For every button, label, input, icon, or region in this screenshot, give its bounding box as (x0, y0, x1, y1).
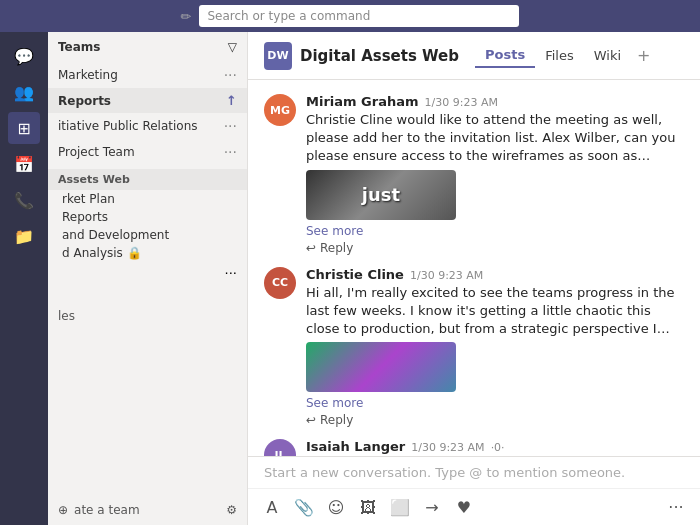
sub-section-more[interactable]: ··· (48, 262, 247, 285)
sidebar-item-marketing-label: Marketing (58, 68, 118, 82)
compose-toolbar: A 📎 ☺ 🖼 ⬜ → ♥ ··· (248, 489, 700, 525)
message-body: Christie Cline 1/30 9:23 AM Hi all, I'm … (306, 267, 684, 428)
channel-tabs: Posts Files Wiki + (475, 43, 656, 68)
avatar: CC (264, 267, 296, 299)
reply-arrow-icon: ↩ (306, 413, 316, 427)
channel-title: Digital Assets Web (300, 47, 459, 65)
add-tab-button[interactable]: + (631, 46, 656, 65)
sidebar-item-project-team-dots[interactable]: ··· (224, 144, 237, 160)
rail-calls[interactable]: 📞 (8, 184, 40, 216)
reply-arrow-icon: ↩ (306, 241, 316, 255)
rail-calendar[interactable]: 📅 (8, 148, 40, 180)
rail-files[interactable]: 📁 (8, 220, 40, 252)
message-time: 1/30 9:23 AM (411, 441, 484, 454)
filter-icon[interactable]: ▽ (228, 40, 237, 54)
message-time: 1/30 9:23 AM (425, 96, 498, 109)
sidebar-sub-market-plan[interactable]: rket Plan (48, 190, 247, 208)
message-meta: Christie Cline 1/30 9:23 AM (306, 267, 684, 282)
message-text: Hi all, I'm really excited to see the te… (306, 284, 684, 339)
sidebar-item-pr-dots[interactable]: ··· (224, 118, 237, 134)
message-meta: Miriam Graham 1/30 9:23 AM (306, 94, 684, 109)
channel-avatar: DW (264, 42, 292, 70)
icon-rail: 💬 👥 ⊞ 📅 📞 📁 (0, 32, 48, 525)
format-text-button[interactable]: A (260, 495, 284, 519)
rail-activity[interactable]: 💬 (8, 40, 40, 72)
sidebar-item-reports[interactable]: Reports ↑ (48, 88, 247, 113)
teams-section-title: Teams (58, 40, 100, 54)
message-author: Isaiah Langer (306, 439, 405, 454)
sidebar-header: Teams ▽ (48, 32, 247, 62)
messages-area: MG Miriam Graham 1/30 9:23 AM Christie C… (248, 80, 700, 456)
sidebar-sub-reports[interactable]: Reports (48, 208, 247, 226)
image-preview-green (306, 342, 456, 392)
rail-chat[interactable]: 👥 (8, 76, 40, 108)
rail-teams[interactable]: ⊞ (8, 112, 40, 144)
sub-section-assets-web: Assets Web (48, 169, 247, 190)
message-meta: Isaiah Langer 1/30 9:23 AM ·0· (306, 439, 684, 454)
settings-icon[interactable]: ⚙ (226, 503, 237, 517)
sidebar-item-reports-label: Reports (58, 94, 111, 108)
compose-hint[interactable]: Start a new conversation. Type @ to ment… (248, 457, 700, 489)
sidebar-sub-analysis[interactable]: d Analysis 🔒 (48, 244, 247, 262)
sidebar-item-pr-label: itiative Public Relations (58, 119, 198, 133)
sidebar-sub-development[interactable]: and Development (48, 226, 247, 244)
avatar: IL (264, 439, 296, 456)
sidebar-sub-les[interactable]: les (48, 305, 247, 327)
sidebar-item-project-team[interactable]: Project Team ··· (48, 139, 247, 165)
edit-icon: ✏ (181, 9, 192, 24)
message-author: Christie Cline (306, 267, 404, 282)
create-team-button[interactable]: ⊕ ate a team ⚙ (48, 495, 247, 525)
create-team-label: ate a team (74, 503, 140, 517)
message-badge: ·0· (491, 441, 505, 454)
search-placeholder: Search or type a command (207, 9, 370, 23)
tab-files[interactable]: Files (535, 44, 584, 67)
top-bar: ✏ Search or type a command (0, 0, 700, 32)
praise-button[interactable]: ♥ (452, 495, 476, 519)
message-body: Isaiah Langer 1/30 9:23 AM ·0· If someon… (306, 439, 684, 456)
more-toolbar-button[interactable]: ··· (664, 495, 688, 519)
sidebar-item-pr[interactable]: itiative Public Relations ··· (48, 113, 247, 139)
message-time: 1/30 9:23 AM (410, 269, 483, 282)
table-row: MG Miriam Graham 1/30 9:23 AM Christie C… (248, 88, 700, 261)
sidebar-item-reports-badge: ↑ (226, 93, 237, 108)
compose-area: Start a new conversation. Type @ to ment… (248, 456, 700, 525)
channel-header: DW Digital Assets Web Posts Files Wiki + (248, 32, 700, 80)
table-row: CC Christie Cline 1/30 9:23 AM Hi all, I… (248, 261, 700, 434)
channel-area: DW Digital Assets Web Posts Files Wiki + (248, 32, 700, 525)
reply-button[interactable]: ↩ Reply (306, 413, 684, 427)
tab-posts[interactable]: Posts (475, 43, 535, 68)
message-author: Miriam Graham (306, 94, 419, 109)
attach-button[interactable]: 📎 (292, 495, 316, 519)
see-more-link[interactable]: See more (306, 224, 684, 238)
see-more-link[interactable]: See more (306, 396, 684, 410)
sidebar-item-marketing[interactable]: Marketing ··· (48, 62, 247, 88)
avatar: MG (264, 94, 296, 126)
table-row: IL Isaiah Langer 1/30 9:23 AM ·0· If som… (248, 433, 700, 456)
tab-wiki[interactable]: Wiki (584, 44, 631, 67)
emoji-button[interactable]: ☺ (324, 495, 348, 519)
sidebar: Teams ▽ Marketing ··· Reports ↑ itiative… (48, 32, 248, 525)
sidebar-item-project-team-label: Project Team (58, 145, 135, 159)
sidebar-item-marketing-dots[interactable]: ··· (224, 67, 237, 83)
image-preview: just (306, 170, 456, 220)
create-team-icon: ⊕ (58, 503, 68, 517)
reply-button[interactable]: ↩ Reply (306, 241, 684, 255)
message-body: Miriam Graham 1/30 9:23 AM Christie Clin… (306, 94, 684, 255)
schedule-button[interactable]: → (420, 495, 444, 519)
gif-button[interactable]: 🖼 (356, 495, 380, 519)
sticker-button[interactable]: ⬜ (388, 495, 412, 519)
message-text: Christie Cline would like to attend the … (306, 111, 684, 166)
search-box[interactable]: Search or type a command (199, 5, 519, 27)
